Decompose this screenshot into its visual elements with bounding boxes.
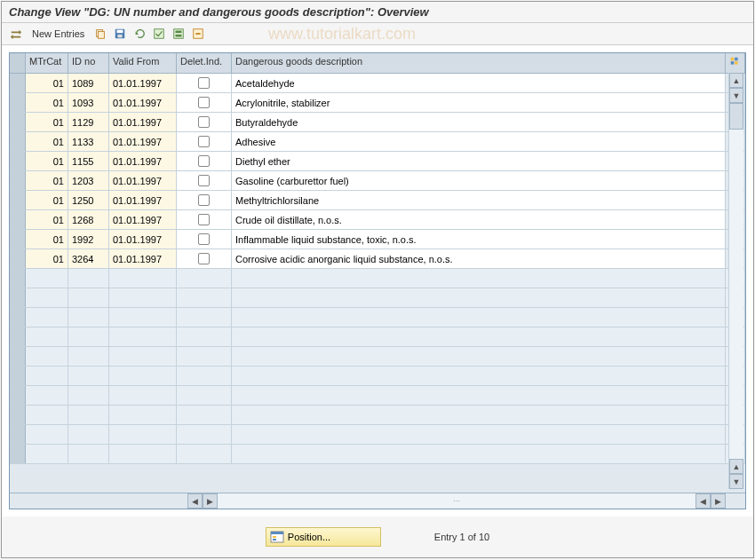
cell-mtrcat[interactable]: 01 [26,74,68,92]
cell-valid[interactable]: 01.01.1997 [109,171,177,190]
row-selector[interactable] [10,113,26,131]
table-row[interactable]: 01 1203 01.01.1997 Gasoline (carburettor… [10,171,745,191]
row-selector[interactable] [10,347,26,366]
cell-valid[interactable]: 01.01.1997 [109,210,177,229]
cell-valid[interactable]: 01.01.1997 [109,93,177,112]
hscroll-track[interactable]: ⋯ [218,493,695,509]
cell-delind[interactable] [177,210,232,229]
cell-mtrcat[interactable]: 01 [26,113,68,131]
table-row[interactable]: 01 3264 01.01.1997 Corrosive acidic anor… [10,249,745,269]
row-selector[interactable] [10,210,26,229]
cell-idno[interactable]: 1129 [68,113,109,131]
hscroll-left-icon[interactable]: ◀ [187,493,203,509]
cell-delind[interactable] [177,171,232,190]
table-row-empty[interactable] [10,367,745,386]
row-selector[interactable] [10,74,26,92]
delind-checkbox[interactable] [198,136,210,147]
undo-icon[interactable] [132,27,147,41]
save-icon[interactable] [113,27,127,41]
delind-checkbox[interactable] [198,214,210,225]
row-selector[interactable] [10,171,26,190]
table-row-empty[interactable] [10,406,745,425]
table-row-empty[interactable] [10,347,745,367]
table-row-empty[interactable] [10,327,745,347]
table-row-empty[interactable] [10,445,745,464]
scroll-down-step-icon[interactable]: ▼ [729,88,743,103]
row-selector[interactable] [10,308,26,327]
table-row[interactable]: 01 1268 01.01.1997 Crude oil distillate,… [10,210,745,230]
cell-desc[interactable]: Butyraldehyde [232,113,726,131]
row-selector[interactable] [10,230,26,248]
cell-delind[interactable] [177,249,232,268]
cell-delind[interactable] [177,113,232,131]
row-selector[interactable] [10,445,26,463]
cell-idno[interactable]: 1268 [68,210,109,229]
cell-mtrcat[interactable]: 01 [26,191,68,209]
col-delind[interactable]: Delet.Ind. [177,53,232,73]
horizontal-scrollbar[interactable]: ◀ ▶ ⋯ ◀ ▶ [10,493,745,509]
cell-desc[interactable]: Adhesive [232,132,726,151]
cell-delind[interactable] [177,152,232,170]
cell-idno[interactable]: 1250 [68,191,109,209]
table-row[interactable]: 01 1129 01.01.1997 Butyraldehyde [10,113,745,132]
col-selector[interactable] [10,53,26,73]
new-entries-button[interactable]: New Entries [28,27,88,41]
row-selector[interactable] [10,152,26,170]
cell-valid[interactable]: 01.01.1997 [109,113,177,131]
col-idno[interactable]: ID no [68,53,109,73]
cell-mtrcat[interactable]: 01 [26,249,68,268]
cell-desc[interactable]: Diethyl ether [232,152,726,170]
table-row[interactable]: 01 1093 01.01.1997 Acrylonitrile, stabil… [10,93,745,113]
row-selector[interactable] [10,249,26,268]
col-desc[interactable]: Dangerous goods description [232,53,726,73]
col-valid-from[interactable]: Valid From [109,53,177,73]
row-selector[interactable] [10,406,26,424]
table-row-empty[interactable] [10,288,745,308]
cell-idno[interactable]: 1155 [68,152,109,170]
table-row[interactable]: 01 1992 01.01.1997 Inflammable liquid su… [10,230,745,249]
row-selector[interactable] [10,425,26,444]
toggle-icon[interactable] [9,27,23,41]
cell-delind[interactable] [177,74,232,92]
cell-idno[interactable]: 1089 [68,74,109,92]
table-row-empty[interactable] [10,386,745,406]
cell-desc[interactable]: Inflammable liquid substance, toxic, n.o… [232,230,726,248]
cell-idno[interactable]: 1992 [68,230,109,248]
table-row-empty[interactable] [10,308,745,327]
cell-delind[interactable] [177,132,232,151]
delind-checkbox[interactable] [198,77,210,89]
delind-checkbox[interactable] [198,233,210,245]
hscroll-left2-icon[interactable]: ◀ [695,493,711,509]
hscroll-right-icon[interactable]: ▶ [203,493,218,509]
row-selector[interactable] [10,269,26,288]
table-row[interactable]: 01 1089 01.01.1997 Acetaldehyde [10,74,745,93]
cell-idno[interactable]: 1093 [68,93,109,112]
cell-desc[interactable]: Methyltrichlorsilane [232,191,726,209]
cell-valid[interactable]: 01.01.1997 [109,230,177,248]
table-row-empty[interactable] [10,269,745,288]
cell-delind[interactable] [177,93,232,112]
cell-mtrcat[interactable]: 01 [26,152,68,170]
cell-desc[interactable]: Acetaldehyde [232,74,726,92]
scroll-thumb[interactable] [729,103,743,130]
cell-delind[interactable] [177,191,232,209]
scroll-up-step-icon[interactable]: ▲ [729,459,743,474]
cell-desc[interactable]: Crude oil distillate, n.o.s. [232,210,726,229]
row-selector[interactable] [10,367,26,385]
scroll-up-icon[interactable]: ▲ [729,73,743,88]
scroll-track[interactable] [729,103,743,459]
cell-desc[interactable]: Corrosive acidic anorganic liquid substa… [232,249,726,268]
table-row[interactable]: 01 1155 01.01.1997 Diethyl ether [10,152,745,171]
delind-checkbox[interactable] [198,175,210,186]
delind-checkbox[interactable] [198,155,210,167]
cell-valid[interactable]: 01.01.1997 [109,249,177,268]
cell-desc[interactable]: Acrylonitrile, stabilizer [232,93,726,112]
row-selector[interactable] [10,288,26,307]
table-row-empty[interactable] [10,425,745,445]
cell-valid[interactable]: 01.01.1997 [109,74,177,92]
cell-mtrcat[interactable]: 01 [26,230,68,248]
table-row[interactable]: 01 1250 01.01.1997 Methyltrichlorsilane [10,191,745,210]
cell-delind[interactable] [177,230,232,248]
row-selector[interactable] [10,191,26,209]
copy-icon[interactable] [93,27,107,41]
